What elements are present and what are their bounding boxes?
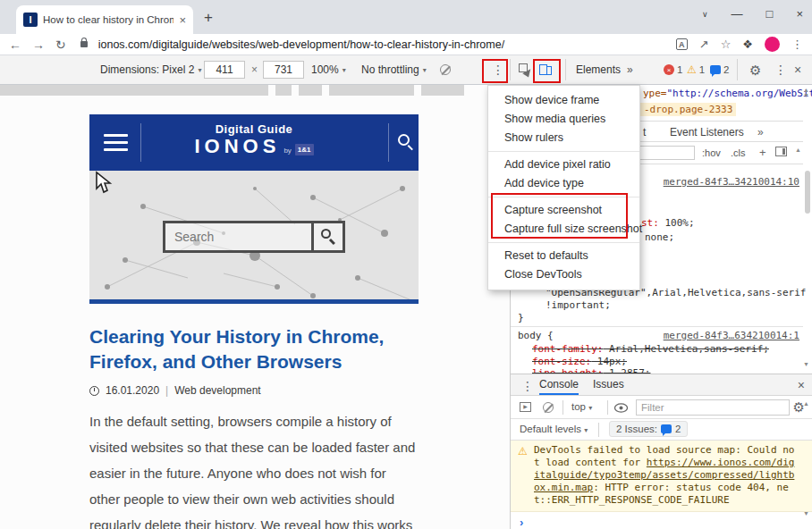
tab-close-icon[interactable]: × — [179, 13, 186, 27]
issues-chip[interactable]: 2 Issues: 2 — [609, 421, 688, 437]
console-close-icon[interactable]: × — [798, 378, 805, 392]
console-scroll-down-icon[interactable]: ▼ — [803, 511, 809, 516]
styles-scroll-up-icon[interactable]: ▲ — [795, 147, 801, 153]
menu-item-add-device-type[interactable]: Add device type — [488, 174, 639, 193]
window-close-button[interactable]: × — [796, 7, 803, 21]
more-panels-icon[interactable]: » — [627, 63, 633, 76]
lock-icon[interactable] — [80, 41, 88, 47]
favicon: I — [23, 13, 38, 27]
style-declaration-fragment[interactable]: none; — [645, 231, 674, 243]
devtools-close-icon[interactable]: × — [794, 63, 801, 77]
tab-elements[interactable]: Elements — [576, 63, 621, 76]
menu-item-close-devtools[interactable]: Close DevTools — [488, 265, 639, 284]
block-requests-icon[interactable] — [440, 64, 451, 75]
context-select[interactable]: top ▾ — [571, 401, 592, 412]
hand-cursor-icon — [89, 171, 113, 197]
console-filter-input[interactable]: Filter — [636, 399, 790, 416]
viewport-height-input[interactable]: 731 — [263, 61, 304, 79]
tab-search-icon[interactable]: ∨ — [702, 7, 708, 21]
reload-icon[interactable]: ↻ — [55, 38, 66, 51]
minimize-button[interactable]: — — [732, 7, 743, 21]
menu-item-show-device-frame[interactable]: Show device frame — [488, 91, 639, 110]
site-logo[interactable]: Digital Guide IONOS by 1&1 — [89, 122, 419, 156]
throttling-select[interactable]: No throttling▾ — [361, 55, 427, 84]
elements-dom-line[interactable]: ype="http://schema.org/WebSit — [643, 88, 812, 99]
toggle-classes[interactable]: .cls — [731, 147, 746, 158]
style-rule-source-link[interactable]: merged-84f3…634210014:1 — [664, 330, 799, 341]
more-sidebar-tabs-icon[interactable]: » — [757, 126, 764, 139]
page-top-strip — [0, 85, 464, 96]
browser-tab[interactable]: I How to clear history in Chrome | × — [16, 5, 193, 34]
menu-item-add-device-pixel-ratio[interactable]: Add device pixel ratio — [488, 155, 639, 174]
search-icon[interactable] — [398, 134, 410, 146]
bookmark-star-icon[interactable]: ☆ — [721, 38, 732, 50]
devtools-menu-icon[interactable]: ⋮ — [774, 63, 787, 77]
toggle-hover-state[interactable]: :hov — [702, 147, 721, 158]
styles-scroll-down-icon[interactable]: ▼ — [803, 362, 809, 367]
console-scroll-up-icon[interactable]: ▲ — [803, 401, 809, 407]
zoom-select[interactable]: 100%▾ — [311, 55, 346, 84]
extensions-icon[interactable]: ❖ — [742, 38, 753, 50]
menu-item-reset-to-defaults[interactable]: Reset to defaults — [488, 247, 639, 265]
style-selector-body[interactable]: body { — [518, 330, 554, 341]
console-drawer: ⋮ Console Issues × ▶ top ▾ Filter ⚙ Defa… — [511, 374, 812, 529]
overridden-declaration[interactable]: font-family: Arial,Helvetica,sans-serif; — [532, 343, 769, 355]
browser-window: I How to clear history in Chrome | × + ∨… — [0, 0, 812, 529]
article-title: Clearing Your History in Chrome, Firefox… — [89, 324, 419, 374]
console-warning-message[interactable]: ⚠ DevTools failed to load source map: Co… — [511, 441, 812, 512]
overridden-declaration[interactable]: font-size: 14px; — [532, 356, 627, 367]
translate-icon[interactable]: A — [676, 38, 688, 50]
illustrated-search-bar: Search — [163, 221, 345, 253]
device-select[interactable]: Dimensions: Pixel 2 ▾ — [100, 55, 201, 84]
address-input[interactable]: ionos.com/digitalguide/websites/web-deve… — [98, 38, 504, 51]
titlebar: I How to clear history in Chrome | × + ∨… — [0, 0, 812, 34]
styles-scrollbar-thumb[interactable] — [805, 171, 810, 214]
settings-gear-icon[interactable]: ⚙ — [749, 63, 761, 77]
tab-event-listeners[interactable]: Event Listeners — [670, 126, 744, 139]
console-sidebar-icon[interactable]: ▶ — [520, 402, 531, 412]
tab-title: How to clear history in Chrome | — [43, 14, 173, 25]
console-prompt[interactable]: › — [511, 512, 812, 529]
browser-menu-icon[interactable]: ⋮ — [791, 38, 803, 50]
share-icon[interactable]: ↗ — [699, 38, 709, 50]
annotation-box-device-toggle — [533, 59, 561, 83]
messages-badge[interactable]: 2 — [710, 64, 729, 75]
error-badge[interactable]: × 1 — [664, 64, 682, 75]
style-close-brace: } — [518, 312, 524, 323]
forward-icon[interactable]: → — [32, 38, 45, 51]
article-date: 16.01.2020 — [106, 384, 159, 397]
style-important-flag[interactable]: !important; — [546, 299, 611, 311]
inspect-element-button[interactable] — [519, 55, 531, 84]
viewport-width-input[interactable]: 411 — [204, 61, 245, 79]
console-menu-icon[interactable]: ⋮ — [521, 379, 534, 393]
tab-partial[interactable]: t — [643, 126, 646, 139]
eye-icon[interactable] — [614, 403, 628, 413]
warning-icon: ⚠ — [518, 445, 528, 458]
ionos-wordmark: IONOS — [194, 137, 280, 156]
style-declaration-fragment[interactable]: st: 100%; — [641, 217, 695, 229]
elements-scrollbar[interactable]: ▲▼ — [803, 88, 809, 98]
menu-item-show-media-queries[interactable]: Show media queries — [488, 110, 639, 129]
back-icon[interactable]: ← — [9, 38, 21, 51]
elements-breadcrumb[interactable]: -drop.page-2333 — [640, 103, 736, 116]
log-levels-select[interactable]: Default levels ▾ — [520, 424, 588, 434]
new-style-rule-icon[interactable]: + — [759, 146, 766, 159]
styles-filter-input[interactable] — [636, 146, 695, 160]
style-rule-source-link[interactable]: merged-84f3…34210014:10 — [664, 176, 799, 188]
device-toolbar-overflow-menu: Show device frame Show media queries Sho… — [487, 85, 640, 290]
header-divider — [388, 123, 389, 162]
tab-console[interactable]: Console — [539, 378, 579, 395]
computed-panel-icon[interactable] — [775, 147, 787, 156]
warning-icon: ⚠ — [687, 64, 697, 75]
article-category-link[interactable]: Web development — [174, 384, 261, 397]
chat-bubble-icon — [710, 65, 721, 74]
warning-badge[interactable]: ⚠ 1 — [687, 64, 705, 75]
article: Clearing Your History in Chrome, Firefox… — [89, 324, 419, 529]
digital-guide-label: Digital Guide — [89, 122, 419, 136]
new-tab-button[interactable]: + — [204, 9, 213, 27]
maximize-button[interactable]: □ — [766, 7, 774, 21]
tab-issues[interactable]: Issues — [593, 378, 624, 390]
menu-item-show-rulers[interactable]: Show rulers — [488, 129, 639, 147]
profile-avatar[interactable] — [765, 37, 780, 52]
clear-console-icon[interactable] — [543, 402, 554, 413]
